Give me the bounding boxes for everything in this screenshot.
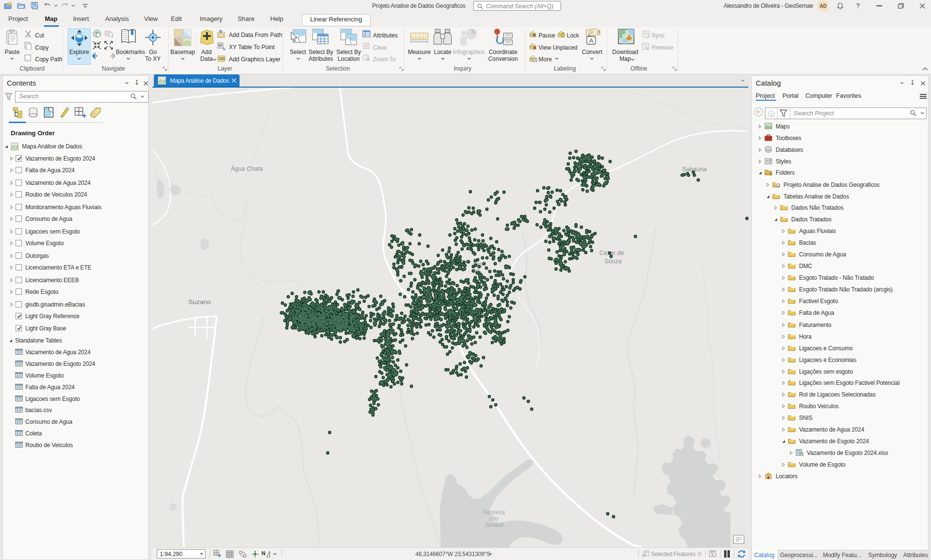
- svg-text:Suzano: Suzano: [188, 298, 211, 306]
- svg-text:Rio: Rio: [490, 515, 499, 522]
- svg-text:Represa: Represa: [483, 509, 505, 516]
- svg-text:XY: XY: [218, 44, 223, 47]
- svg-text:A: A: [589, 37, 594, 44]
- svg-text:Souza: Souza: [604, 258, 621, 265]
- svg-text:Jundial: Jundial: [484, 522, 503, 528]
- svg-text:Água Chata: Água Chata: [231, 165, 263, 172]
